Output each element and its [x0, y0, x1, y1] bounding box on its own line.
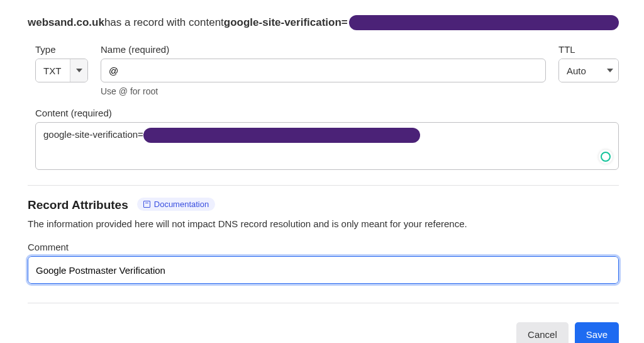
attributes-title: Record Attributes	[28, 198, 128, 212]
heading-content-prefix: google-site-verification=	[224, 16, 348, 29]
heading-domain: websand.co.uk	[28, 16, 104, 29]
field-name: Name (required) Use @ for root	[101, 44, 546, 96]
name-input[interactable]	[101, 59, 546, 82]
book-icon	[143, 201, 150, 208]
chevron-down-icon	[602, 59, 618, 82]
documentation-link[interactable]: Documentation	[137, 198, 215, 211]
content-input[interactable]: google-site-verification=	[35, 122, 619, 170]
field-ttl: TTL Auto	[558, 44, 619, 96]
content-label: Content (required)	[35, 108, 619, 118]
ttl-label: TTL	[558, 44, 619, 55]
content-redacted	[143, 128, 420, 143]
attributes-description: The information provided here will not i…	[28, 218, 619, 229]
ttl-value: Auto	[559, 59, 602, 82]
field-content: Content (required) google-site-verificat…	[28, 108, 619, 170]
ttl-select[interactable]: Auto	[558, 59, 619, 82]
record-attributes-section: Record Attributes Documentation The info…	[28, 198, 619, 284]
type-label: Type	[35, 44, 88, 55]
documentation-label: Documentation	[154, 200, 209, 209]
save-button[interactable]: Save	[575, 322, 619, 343]
heading-redacted	[349, 15, 619, 30]
heading-line: websand.co.uk has a record with content …	[28, 15, 619, 30]
cancel-button[interactable]: Cancel	[516, 322, 569, 343]
field-row-top: Type TXT Name (required) Use @ for root …	[28, 44, 619, 96]
field-comment: Comment	[28, 242, 619, 284]
footer-actions: Cancel Save	[28, 303, 619, 343]
name-label: Name (required)	[101, 44, 546, 55]
chevron-down-icon	[70, 59, 87, 82]
content-value-prefix: google-site-verification=	[43, 129, 143, 140]
comment-input[interactable]	[28, 256, 619, 284]
divider	[28, 185, 619, 186]
type-select[interactable]: TXT	[35, 59, 88, 82]
type-value: TXT	[36, 59, 70, 82]
name-help: Use @ for root	[101, 86, 546, 96]
grammarly-icon[interactable]	[599, 150, 613, 164]
comment-label: Comment	[28, 242, 619, 252]
field-type: Type TXT	[35, 44, 88, 96]
dns-record-form: websand.co.uk has a record with content …	[0, 0, 644, 343]
heading-mid: has a record with content	[104, 16, 224, 29]
